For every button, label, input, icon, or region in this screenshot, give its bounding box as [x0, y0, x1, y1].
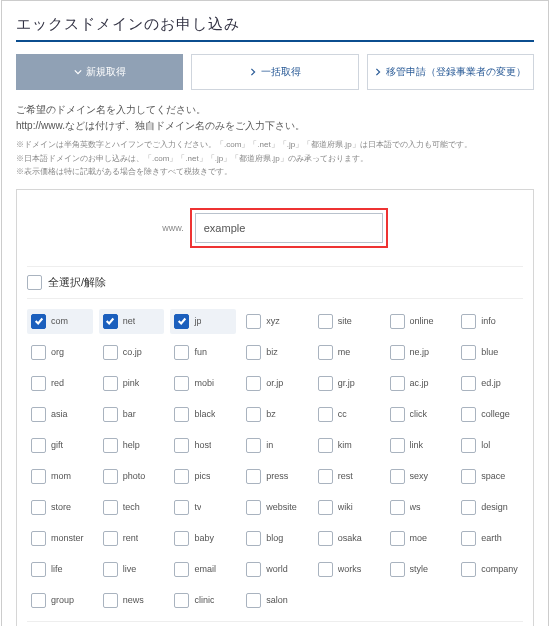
- checkbox-icon[interactable]: [246, 345, 261, 360]
- tab-new[interactable]: 新規取得: [16, 54, 183, 90]
- checkbox-icon[interactable]: [31, 593, 46, 608]
- checkbox-icon[interactable]: [390, 438, 405, 453]
- tld-option-wiki[interactable]: wiki: [314, 495, 380, 520]
- tld-option-kim[interactable]: kim: [314, 433, 380, 458]
- checkbox-icon[interactable]: [318, 376, 333, 391]
- tld-option-group[interactable]: group: [27, 588, 93, 613]
- tld-option-style[interactable]: style: [386, 557, 452, 582]
- tab-transfer[interactable]: 移管申請（登録事業者の変更）: [367, 54, 534, 90]
- tld-option-lol[interactable]: lol: [457, 433, 523, 458]
- checkbox-icon[interactable]: [318, 314, 333, 329]
- checkbox-icon[interactable]: [246, 314, 261, 329]
- checkbox-icon[interactable]: [246, 593, 261, 608]
- checkbox-icon[interactable]: [390, 407, 405, 422]
- checkbox-icon[interactable]: [318, 407, 333, 422]
- checkbox-icon[interactable]: [461, 500, 476, 515]
- checkbox-icon[interactable]: [174, 407, 189, 422]
- checkbox-icon[interactable]: [103, 531, 118, 546]
- checkbox-icon[interactable]: [174, 469, 189, 484]
- checkbox-icon[interactable]: [103, 314, 118, 329]
- checkbox-icon[interactable]: [461, 314, 476, 329]
- checkbox-icon[interactable]: [318, 438, 333, 453]
- checkbox-icon[interactable]: [461, 376, 476, 391]
- tld-option-osaka[interactable]: osaka: [314, 526, 380, 551]
- checkbox-icon[interactable]: [103, 407, 118, 422]
- checkbox-icon[interactable]: [174, 593, 189, 608]
- tld-option-mobi[interactable]: mobi: [170, 371, 236, 396]
- tld-option-mom[interactable]: mom: [27, 464, 93, 489]
- checkbox-icon[interactable]: [318, 469, 333, 484]
- checkbox-icon[interactable]: [390, 562, 405, 577]
- tld-option-ws[interactable]: ws: [386, 495, 452, 520]
- tld-option-red[interactable]: red: [27, 371, 93, 396]
- tld-option-online[interactable]: online: [386, 309, 452, 334]
- tld-option-sexy[interactable]: sexy: [386, 464, 452, 489]
- tld-option-gr-jp[interactable]: gr.jp: [314, 371, 380, 396]
- tld-option-pink[interactable]: pink: [99, 371, 165, 396]
- checkbox-select-all[interactable]: [27, 275, 42, 290]
- tld-option-photo[interactable]: photo: [99, 464, 165, 489]
- tld-option-earth[interactable]: earth: [457, 526, 523, 551]
- pref-tld-row[interactable]: 都道府県.jp: [27, 621, 523, 626]
- tld-option-design[interactable]: design: [457, 495, 523, 520]
- tld-option-host[interactable]: host: [170, 433, 236, 458]
- checkbox-icon[interactable]: [31, 469, 46, 484]
- tld-option-me[interactable]: me: [314, 340, 380, 365]
- tld-option-click[interactable]: click: [386, 402, 452, 427]
- checkbox-icon[interactable]: [461, 531, 476, 546]
- tld-option-com[interactable]: com: [27, 309, 93, 334]
- tld-option-life[interactable]: life: [27, 557, 93, 582]
- tld-option-xyz[interactable]: xyz: [242, 309, 308, 334]
- tld-option-org[interactable]: org: [27, 340, 93, 365]
- checkbox-icon[interactable]: [390, 531, 405, 546]
- checkbox-icon[interactable]: [246, 438, 261, 453]
- tld-option-biz[interactable]: biz: [242, 340, 308, 365]
- tld-option-company[interactable]: company: [457, 557, 523, 582]
- checkbox-icon[interactable]: [246, 562, 261, 577]
- checkbox-icon[interactable]: [246, 531, 261, 546]
- checkbox-icon[interactable]: [103, 593, 118, 608]
- checkbox-icon[interactable]: [174, 438, 189, 453]
- checkbox-icon[interactable]: [103, 438, 118, 453]
- checkbox-icon[interactable]: [103, 500, 118, 515]
- checkbox-icon[interactable]: [174, 376, 189, 391]
- checkbox-icon[interactable]: [103, 345, 118, 360]
- tld-option-website[interactable]: website: [242, 495, 308, 520]
- tld-option-link[interactable]: link: [386, 433, 452, 458]
- checkbox-icon[interactable]: [390, 345, 405, 360]
- tld-option-moe[interactable]: moe: [386, 526, 452, 551]
- tld-option-world[interactable]: world: [242, 557, 308, 582]
- tld-option-blog[interactable]: blog: [242, 526, 308, 551]
- checkbox-icon[interactable]: [103, 469, 118, 484]
- tld-option-rent[interactable]: rent: [99, 526, 165, 551]
- checkbox-icon[interactable]: [103, 376, 118, 391]
- tld-option-net[interactable]: net: [99, 309, 165, 334]
- tld-option-help[interactable]: help: [99, 433, 165, 458]
- tld-option-ed-jp[interactable]: ed.jp: [457, 371, 523, 396]
- tld-option-tech[interactable]: tech: [99, 495, 165, 520]
- tld-option-salon[interactable]: salon: [242, 588, 308, 613]
- tld-option-space[interactable]: space: [457, 464, 523, 489]
- checkbox-icon[interactable]: [318, 500, 333, 515]
- tld-option-black[interactable]: black: [170, 402, 236, 427]
- tld-option-blue[interactable]: blue: [457, 340, 523, 365]
- checkbox-icon[interactable]: [246, 469, 261, 484]
- checkbox-icon[interactable]: [461, 469, 476, 484]
- tld-option-clinic[interactable]: clinic: [170, 588, 236, 613]
- tld-option-cc[interactable]: cc: [314, 402, 380, 427]
- tld-option-bz[interactable]: bz: [242, 402, 308, 427]
- tld-option-email[interactable]: email: [170, 557, 236, 582]
- tld-option-news[interactable]: news: [99, 588, 165, 613]
- tld-option-site[interactable]: site: [314, 309, 380, 334]
- tld-option-baby[interactable]: baby: [170, 526, 236, 551]
- checkbox-icon[interactable]: [31, 407, 46, 422]
- tld-option-store[interactable]: store: [27, 495, 93, 520]
- checkbox-icon[interactable]: [31, 500, 46, 515]
- checkbox-icon[interactable]: [461, 438, 476, 453]
- tld-option-in[interactable]: in: [242, 433, 308, 458]
- tld-option-bar[interactable]: bar: [99, 402, 165, 427]
- checkbox-icon[interactable]: [246, 407, 261, 422]
- tld-option-jp[interactable]: jp: [170, 309, 236, 334]
- checkbox-icon[interactable]: [318, 531, 333, 546]
- tld-option-college[interactable]: college: [457, 402, 523, 427]
